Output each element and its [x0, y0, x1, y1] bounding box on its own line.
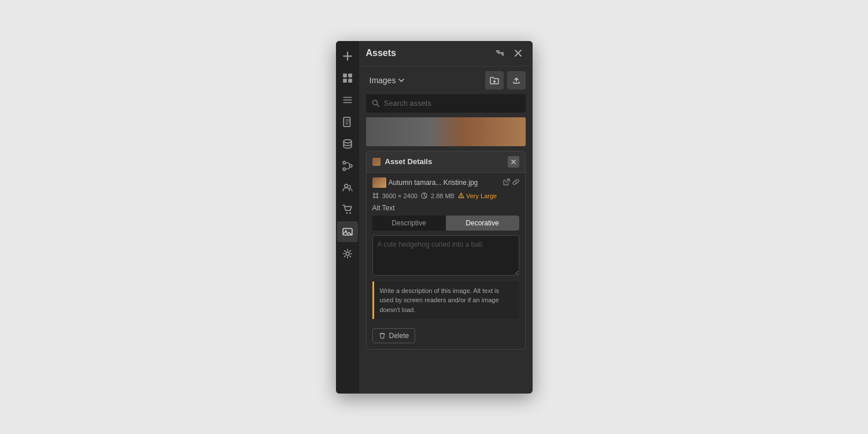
file-actions [503, 177, 519, 188]
svg-point-10 [346, 212, 348, 214]
svg-point-9 [344, 184, 348, 187]
sidebar-item-add[interactable] [337, 46, 358, 66]
file-info-row: Autumn tamara... Kristine.jpg [367, 173, 525, 192]
svg-point-6 [343, 161, 346, 164]
toolbar: Images [359, 66, 533, 94]
sidebar-item-layers[interactable] [337, 90, 358, 110]
file-thumbnail [372, 177, 386, 188]
svg-rect-3 [348, 79, 352, 83]
svg-point-5 [343, 139, 352, 143]
alt-text-input[interactable] [372, 235, 519, 276]
header-actions [492, 46, 526, 61]
svg-rect-2 [343, 79, 347, 83]
alt-text-section: Alt Text Descriptive Decorative Write a … [367, 204, 525, 324]
modal-header: Asset Details [367, 151, 525, 173]
main-panel: Assets Images [359, 41, 533, 394]
alt-text-label: Alt Text [372, 204, 519, 212]
svg-point-14 [346, 252, 349, 255]
search-icon [372, 99, 379, 107]
file-name: Autumn tamara... Kristine.jpg [389, 179, 498, 187]
delete-button-label: Delete [389, 332, 409, 340]
delete-section: Delete [367, 324, 525, 349]
modal-close-button[interactable] [508, 156, 519, 168]
sidebar-item-flow[interactable] [337, 155, 358, 176]
asset-details-modal: Asset Details Autumn tamara... Kristine.… [366, 151, 526, 350]
search-input-wrap [366, 94, 526, 113]
alt-hint: Write a description of this image. Alt t… [372, 281, 519, 320]
alt-hint-text: Write a description of this image. Alt t… [380, 286, 514, 315]
new-folder-button[interactable] [485, 71, 504, 90]
sidebar-item-pages[interactable] [337, 112, 358, 132]
external-link-icon[interactable] [503, 177, 510, 188]
svg-rect-0 [343, 73, 347, 77]
delete-button[interactable]: Delete [372, 328, 416, 343]
upload-button[interactable] [507, 71, 526, 90]
size-label: Very Large [466, 192, 497, 199]
alt-type-toggle-group: Descriptive Decorative [372, 216, 519, 231]
modal-title: Asset Details [385, 157, 433, 166]
asset-strip-preview [366, 117, 526, 146]
close-panel-button[interactable] [511, 46, 526, 61]
svg-point-7 [349, 164, 352, 167]
panel-title: Assets [366, 48, 396, 58]
svg-rect-1 [348, 73, 352, 77]
sidebar-item-users[interactable] [337, 177, 358, 198]
metadata-row: 3600 × 2400 2.88 MB Very Large [367, 192, 525, 204]
category-dropdown-label: Images [370, 76, 396, 85]
expand-panel-button[interactable] [492, 46, 507, 61]
modal-thumbnail [372, 158, 381, 166]
search-input[interactable] [384, 94, 520, 113]
file-name-row: Autumn tamara... Kristine.jpg [372, 177, 498, 188]
search-container [359, 94, 533, 117]
sidebar-item-commerce[interactable] [337, 199, 358, 220]
decorative-toggle-button[interactable]: Decorative [446, 216, 519, 231]
assets-scroll[interactable]: Asset Details Autumn tamara... Kristine.… [359, 117, 533, 394]
file-dimensions: 3600 × 2400 [382, 192, 418, 199]
sidebar-item-assets[interactable] [337, 221, 358, 242]
svg-point-15 [372, 101, 377, 105]
panel-header: Assets [359, 41, 533, 66]
sidebar-item-blocks[interactable] [337, 68, 358, 88]
svg-point-8 [343, 168, 346, 170]
descriptive-toggle-button[interactable]: Descriptive [372, 216, 446, 231]
svg-point-11 [349, 212, 351, 214]
sidebar [336, 41, 359, 394]
copy-link-icon[interactable] [512, 177, 519, 188]
file-size: 2.88 MB [431, 192, 455, 199]
sidebar-item-settings[interactable] [337, 243, 358, 264]
sidebar-item-database[interactable] [337, 133, 358, 154]
size-warning: Very Large [458, 192, 497, 199]
toolbar-right [485, 71, 526, 90]
category-dropdown[interactable]: Images [366, 73, 408, 87]
modal-title-row: Asset Details [372, 157, 433, 166]
